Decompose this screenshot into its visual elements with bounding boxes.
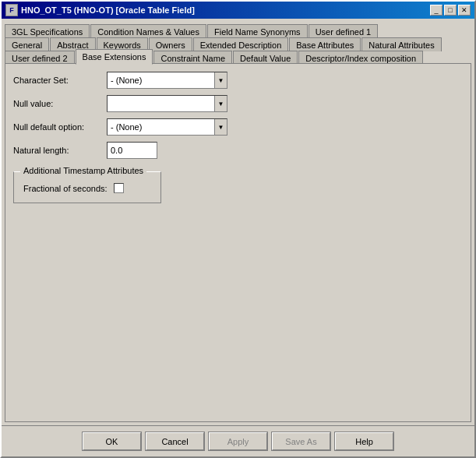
fractional-seconds-row: Fractional of seconds: <box>23 183 151 193</box>
window-icon: F <box>5 4 18 16</box>
title-bar: F HNO_OT_T5 (HNO-OT) [Oracle Table Field… <box>2 2 474 19</box>
tab-owners[interactable]: Owners <box>149 37 192 51</box>
character-set-row: Character Set: - (None) ▼ <box>13 72 463 89</box>
natural-length-wrapper <box>107 142 463 159</box>
button-bar: OK Cancel Apply Save As Help <box>2 425 474 456</box>
tab-extended-description[interactable]: Extended Description <box>193 37 289 51</box>
tab-row-3: User defined 2 Base Extensions Constrain… <box>5 48 471 64</box>
tab-user-defined-1[interactable]: User defined 1 <box>309 24 379 38</box>
null-value-wrapper: ▼ <box>107 95 463 112</box>
null-default-value: - (None) <box>111 122 142 132</box>
additional-timestamp-group: Additional Timestamp Attributes Fraction… <box>13 171 161 203</box>
close-button[interactable]: ✕ <box>458 5 471 16</box>
group-box-title: Additional Timestamp Attributes <box>20 166 146 175</box>
null-value-arrow: ▼ <box>214 96 227 111</box>
natural-length-label: Natural length: <box>13 146 107 155</box>
tab-row-2: General Abstract Keywords Owners Extende… <box>5 35 471 49</box>
character-set-label: Character Set: <box>13 76 107 85</box>
tab-field-name-synonyms[interactable]: Field Name Synonyms <box>207 24 308 38</box>
natural-length-input[interactable] <box>107 142 157 159</box>
character-set-value: - (None) <box>111 76 142 85</box>
fractional-seconds-checkbox[interactable] <box>114 183 124 193</box>
character-set-select[interactable]: - (None) ▼ <box>107 72 227 89</box>
null-default-select[interactable]: - (None) ▼ <box>107 118 227 136</box>
main-window: F HNO_OT_T5 (HNO-OT) [Oracle Table Field… <box>0 0 476 458</box>
character-set-wrapper: - (None) ▼ <box>107 72 463 89</box>
natural-length-row: Natural length: <box>13 142 463 159</box>
null-default-row: Null default option: - (None) ▼ <box>13 118 463 136</box>
cancel-button[interactable]: Cancel <box>146 432 204 450</box>
null-default-wrapper: - (None) ▼ <box>107 118 463 136</box>
null-default-label: Null default option: <box>13 122 107 132</box>
apply-button[interactable]: Apply <box>209 432 267 450</box>
tab-3gl-specifications[interactable]: 3GL Specifications <box>5 24 90 38</box>
tab-base-attributes[interactable]: Base Attributes <box>289 37 361 51</box>
null-value-select[interactable]: ▼ <box>107 95 227 112</box>
maximize-button[interactable]: □ <box>444 5 457 16</box>
minimize-button[interactable]: _ <box>430 5 443 16</box>
tab-general[interactable]: General <box>5 37 49 51</box>
tab-condition-names[interactable]: Condition Names & Values <box>90 24 206 38</box>
tab-natural-attributes[interactable]: Natural Attributes <box>361 37 441 51</box>
null-value-row: Null value: ▼ <box>13 95 463 112</box>
tab-panel-base-extensions: Character Set: - (None) ▼ Null value: ▼ <box>5 63 471 422</box>
content-area: 3GL Specifications Condition Names & Val… <box>2 19 474 425</box>
character-set-arrow: ▼ <box>214 72 227 88</box>
null-default-arrow: ▼ <box>214 119 227 135</box>
tab-row-1: 3GL Specifications Condition Names & Val… <box>5 22 471 36</box>
window-title: HNO_OT_T5 (HNO-OT) [Oracle Table Field] <box>21 5 195 15</box>
save-as-button[interactable]: Save As <box>272 432 330 450</box>
title-bar-left: F HNO_OT_T5 (HNO-OT) [Oracle Table Field… <box>5 4 195 16</box>
ok-button[interactable]: OK <box>83 432 141 450</box>
tab-base-extensions[interactable]: Base Extensions <box>76 49 153 65</box>
fractional-seconds-label: Fractional of seconds: <box>23 184 108 193</box>
title-buttons: _ □ ✕ <box>430 5 471 16</box>
null-value-label: Null value: <box>13 99 107 108</box>
help-button[interactable]: Help <box>335 432 393 450</box>
